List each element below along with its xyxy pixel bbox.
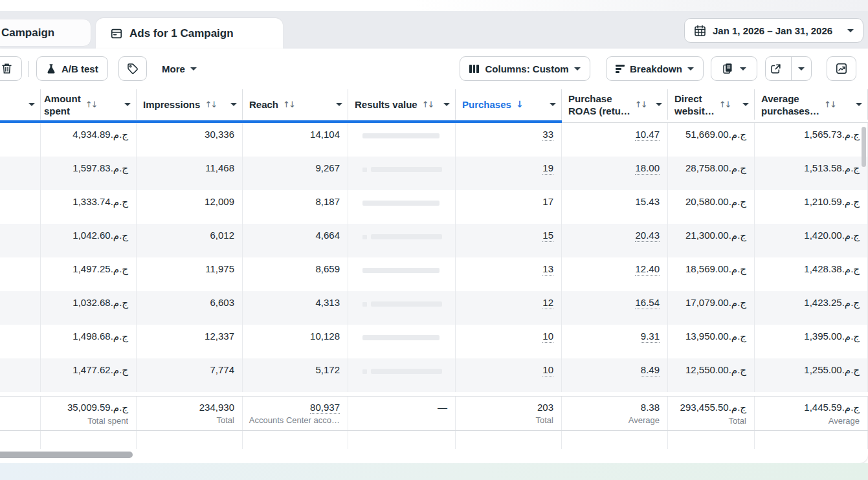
columns-label: Columns: Custom (485, 63, 569, 74)
row_select-cell (0, 123, 41, 157)
impressions-cell: 6,603 (137, 291, 243, 325)
chevron-down-icon[interactable] (742, 103, 749, 106)
loading-placeholder (362, 335, 447, 340)
placeholder-bar (371, 234, 442, 239)
horizontal-scrollbar[interactable] (0, 452, 133, 458)
column-header-row_select[interactable] (0, 89, 41, 120)
reach-cell: 5,172 (243, 358, 348, 392)
export-button[interactable] (766, 57, 786, 80)
chevron-down-icon (574, 67, 581, 71)
purchases-cell: 15 (456, 224, 562, 257)
results_value-total-cell: — (348, 397, 456, 430)
impressions-cell: 7,774 (137, 358, 243, 392)
reports-button[interactable] (711, 56, 757, 81)
ab-test-button[interactable]: A/B test (36, 56, 108, 81)
reach-cell: 4,313 (243, 291, 348, 325)
placeholder-bar (362, 133, 440, 138)
totals-caption: Accounts Center acco… (243, 415, 340, 425)
column-header-purchase_roas[interactable]: PurchaseROAS (retu…↑↓ (562, 89, 668, 120)
table-row[interactable]: 1,597.83.م.ج11,4689,2671918.0028,758.00.… (0, 157, 868, 190)
column-header-impressions[interactable]: Impressions↑↓ (137, 89, 243, 120)
chevron-down-icon[interactable] (124, 103, 131, 106)
direct_website-cell: 20,580.00.م.ج (668, 190, 755, 224)
avg_purchases-cell: 1,513.58.م.ج (755, 157, 868, 190)
chevron-down-icon[interactable] (336, 103, 342, 106)
sort-icon: ↑↓ (824, 98, 836, 111)
amount_spent-cell: 1,032.68.م.ج (41, 291, 137, 325)
placeholder-bar (371, 301, 442, 307)
toolbar: A/B test More Columns: Custom (0, 49, 868, 89)
purchase_roas-cell: 18.00 (562, 157, 668, 190)
toolbar-divider (28, 61, 29, 77)
vertical-scrollbar[interactable] (862, 127, 866, 167)
avg_purchases-cell: 1,395.00.م.ج (755, 325, 868, 358)
sort-icon: ↑↓ (205, 98, 216, 111)
table-row[interactable]: 1,032.68.م.ج6,6034,3131216.5417,079.00.م… (0, 291, 868, 325)
export-button-group (765, 56, 812, 81)
totals-caption: Total (137, 415, 234, 425)
ads-manager-screen: Campaign Ads for 1 Campaign (0, 0, 868, 480)
tab-ads-for-campaign[interactable]: Ads for 1 Campaign (96, 18, 283, 49)
placeholder-square (362, 168, 367, 172)
tag-button[interactable] (118, 56, 147, 81)
flask-icon (46, 63, 56, 74)
filler-row (0, 431, 868, 449)
columns-button[interactable]: Columns: Custom (460, 56, 590, 81)
export-options-button[interactable] (791, 57, 811, 80)
results_value-cell (348, 325, 456, 358)
view-charts-button[interactable] (827, 56, 856, 81)
chevron-down-icon[interactable] (550, 103, 556, 106)
sort-icon: ↑↓ (283, 98, 295, 111)
table-row[interactable]: 1,497.25.م.ج11,9758,6591312.4018,569.00.… (0, 257, 868, 291)
table-row[interactable]: 1,042.60.م.ج6,0124,6641520.4321,300.00.م… (0, 224, 868, 257)
totals-caption: Average (562, 415, 660, 425)
loading-placeholder (362, 268, 447, 273)
column-header-results_value[interactable]: Results value↑↓ (348, 89, 456, 120)
purchases-cell: 10 (456, 325, 562, 358)
delete-button[interactable] (0, 56, 22, 81)
breakdown-button[interactable]: Breakdown (606, 56, 704, 81)
purchase_roas-cell: 10.47 (562, 123, 668, 157)
filler-cell (348, 431, 456, 449)
results_value-cell (348, 157, 456, 190)
content-card: A/B test More Columns: Custom (0, 49, 868, 463)
chevron-down-icon (847, 29, 854, 32)
table-row[interactable]: 1,477.62.م.ج7,7745,172108.4912,550.00.م.… (0, 358, 868, 392)
date-range-button[interactable]: Jan 1, 2026 – Jan 31, 2026 (684, 18, 863, 43)
chevron-down-icon[interactable] (230, 103, 237, 106)
direct_website-cell: 13,950.00.م.ج (668, 325, 755, 358)
impressions-cell: 11,975 (137, 257, 243, 291)
chevron-down-icon[interactable] (443, 103, 450, 106)
placeholder-bar (371, 369, 442, 374)
chevron-down-icon[interactable] (28, 103, 35, 106)
column-header-reach[interactable]: Reach↑↓ (243, 89, 348, 120)
tab-bar: Campaign Ads for 1 Campaign (0, 11, 868, 49)
column-header-purchases[interactable]: Purchases↓ (456, 89, 562, 120)
filler-cell (243, 431, 348, 449)
chevron-down-icon[interactable] (656, 103, 662, 106)
amount_spent-cell: 1,477.62.م.ج (41, 358, 137, 392)
tab-campaign[interactable]: Campaign (0, 19, 91, 47)
amount_spent-total-cell: 35,009.59.م.جTotal spent (41, 397, 137, 430)
reach-cell: 10,128 (243, 325, 348, 358)
chevron-down-icon (740, 67, 746, 71)
tag-icon (127, 63, 139, 74)
table-row[interactable]: 4,934.89.م.ج30,33614,1043310.4751,669.00… (0, 123, 868, 157)
filler-cell (668, 431, 755, 449)
more-button[interactable]: More (153, 56, 206, 81)
filler-cell (41, 431, 137, 449)
more-label: More (162, 63, 185, 74)
table-row[interactable]: 1,498.68.م.ج12,33710,128109.3113,950.00.… (0, 325, 868, 358)
totals-caption: Total spent (41, 416, 128, 426)
purchase_roas-cell: 15.43 (562, 190, 668, 224)
table-row[interactable]: 1,333.74.م.ج12,0098,1871715.4320,580.00.… (0, 190, 868, 224)
chevron-down-icon[interactable] (856, 103, 862, 106)
column-header-direct_website[interactable]: Directwebsit…↑↓ (668, 89, 755, 120)
results_value-cell (348, 257, 456, 291)
results_value-cell (348, 358, 456, 392)
column-header-amount_spent[interactable]: Amountspent↑↓ (41, 89, 137, 120)
table-header-row: Amountspent↑↓Impressions↑↓Reach↑↓Results… (0, 89, 868, 123)
row_select-cell (0, 257, 41, 291)
column-header-avg_purchases[interactable]: Averagepurchases…↑↓ (755, 89, 868, 120)
sort-icon: ↑↓ (422, 98, 434, 111)
